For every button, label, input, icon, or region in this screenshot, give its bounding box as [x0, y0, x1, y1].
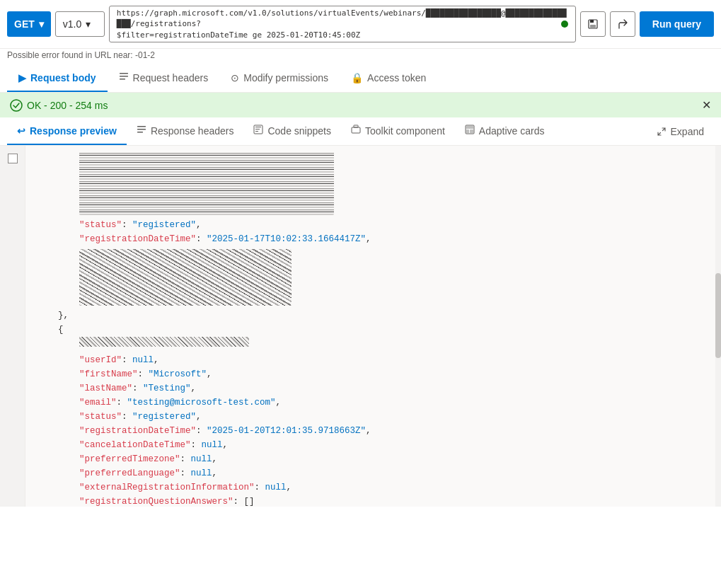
save-button[interactable]	[580, 11, 606, 37]
tab-modify-permissions[interactable]: ⊙ Modify permissions	[219, 65, 340, 92]
svg-rect-9	[137, 132, 143, 133]
status-ok-indicator: OK - 200 - 254 ms	[10, 99, 108, 112]
code-line-status1: "status": "registered",	[37, 218, 704, 232]
response-preview-icon: ↩	[17, 125, 25, 137]
request-body-icon: ▶	[18, 72, 26, 83]
toolbar: GET ▾ v1.0 ▾ https://graph.microsoft.com…	[0, 0, 721, 49]
code-panel: "status": "registered", "registrationDat…	[0, 146, 721, 507]
svg-rect-4	[120, 76, 128, 77]
code-line-firstname: "firstName": "Microsoft",	[37, 367, 704, 381]
code-line-lastname: "lastName": "Testing",	[37, 381, 704, 396]
svg-rect-11	[255, 127, 261, 127]
request-tabs-bar: ▶ Request body Request headers ⊙ Modify …	[0, 64, 721, 93]
redacted-block-1	[79, 151, 704, 215]
adaptive-cards-icon	[465, 125, 475, 137]
svg-rect-12	[255, 129, 260, 129]
permissions-icon: ⊙	[231, 72, 239, 83]
code-line-canceldt: "cancelationDateTime": null,	[37, 438, 704, 452]
svg-rect-8	[137, 129, 146, 130]
svg-rect-3	[120, 73, 128, 74]
tab-request-body[interactable]: ▶ Request body	[7, 65, 108, 92]
code-line-status2: "status": "registered",	[37, 410, 704, 424]
connection-status-dot	[561, 21, 568, 28]
code-gutter	[0, 146, 25, 507]
version-dropdown[interactable]: v1.0 ▾	[55, 11, 105, 37]
svg-rect-15	[354, 125, 358, 127]
code-line-reg1: "registrationDateTime": "2025-01-17T10:0…	[37, 232, 704, 246]
request-headers-icon	[119, 71, 129, 83]
version-label: v1.0	[63, 18, 81, 30]
share-button[interactable]	[610, 11, 635, 37]
redacted-block-3	[79, 337, 704, 352]
code-line-close-brace: },	[37, 309, 704, 323]
error-hint: Possible error found in URL near: -01-2	[0, 49, 721, 64]
expand-button[interactable]: Expand	[647, 119, 714, 144]
expand-icon	[657, 127, 667, 137]
lock-icon: 🔒	[351, 72, 363, 83]
scrollbar[interactable]	[715, 146, 721, 507]
code-line-userid: "userId": null,	[37, 353, 704, 367]
code-content[interactable]: "status": "registered", "registrationDat…	[25, 146, 715, 507]
svg-rect-1	[590, 20, 594, 23]
code-line-timezone: "preferredTimezone": null,	[37, 452, 704, 466]
tab-code-snippets[interactable]: Code snippets	[243, 117, 341, 145]
svg-rect-17	[466, 126, 473, 129]
run-query-button[interactable]: Run query	[640, 11, 714, 37]
url-text-line1: https://graph.microsoft.com/v1.0/solutio…	[117, 8, 568, 30]
code-line-email: "email": "testing@microsoft-test.com",	[37, 396, 704, 410]
version-chevron-icon: ▾	[86, 18, 91, 30]
tab-response-headers[interactable]: Response headers	[127, 117, 244, 145]
svg-rect-19	[470, 129, 473, 133]
code-line-regdt: "registrationDateTime": "2025-01-20T12:0…	[37, 424, 704, 438]
save-icon	[587, 18, 599, 30]
svg-rect-13	[255, 131, 258, 132]
svg-rect-14	[352, 127, 360, 133]
tab-adaptive-cards[interactable]: Adaptive cards	[455, 117, 555, 145]
status-bar: OK - 200 - 254 ms ✕	[0, 93, 721, 117]
code-line-language: "preferredLanguage": null,	[37, 466, 704, 480]
gutter-item[interactable]	[0, 151, 25, 166]
url-text-line2: $filter=registrationDateTime ge 2025-01-…	[117, 30, 568, 40]
checkmark-icon	[10, 99, 23, 112]
tab-toolkit-component[interactable]: Toolkit component	[341, 117, 455, 145]
toolkit-icon	[351, 125, 361, 137]
share-icon	[617, 18, 628, 30]
code-snippets-icon	[253, 125, 263, 137]
code-line-regqa: "registrationQuestionAnswers": []	[37, 495, 704, 507]
method-dropdown[interactable]: GET ▾	[7, 11, 51, 37]
svg-rect-18	[466, 129, 469, 133]
redacted-block-2	[79, 249, 704, 306]
url-input[interactable]: https://graph.microsoft.com/v1.0/solutio…	[109, 6, 576, 42]
close-status-button[interactable]: ✕	[702, 98, 711, 112]
method-label: GET	[14, 18, 35, 30]
tab-response-preview[interactable]: ↩ Response preview	[7, 118, 127, 145]
method-chevron-icon: ▾	[39, 18, 44, 30]
svg-point-6	[11, 100, 22, 111]
response-tabs-bar: ↩ Response preview Response headers Code…	[0, 117, 721, 146]
code-line-open-brace: {	[37, 323, 704, 337]
svg-rect-2	[590, 25, 596, 28]
svg-rect-7	[137, 126, 146, 127]
response-headers-icon	[137, 125, 146, 137]
tab-access-token[interactable]: 🔒 Access token	[340, 65, 437, 92]
line-checkbox[interactable]	[8, 154, 18, 163]
svg-rect-5	[120, 79, 125, 80]
status-text: OK - 200 - 254 ms	[27, 100, 108, 111]
tab-request-headers[interactable]: Request headers	[108, 64, 220, 92]
code-line-extinfo: "externalRegistrationInformation": null,	[37, 480, 704, 495]
